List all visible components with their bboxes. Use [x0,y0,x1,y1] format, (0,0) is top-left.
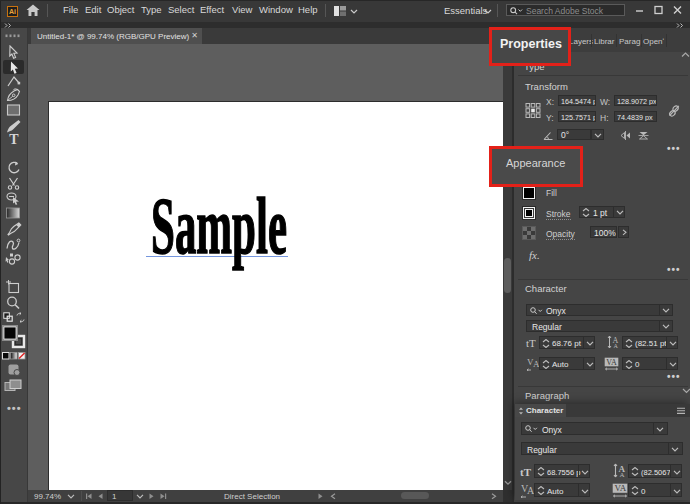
svg-text:A: A [527,485,534,496]
svg-text:A: A [620,471,625,478]
svg-text:A: A [614,343,619,349]
svg-text:VA: VA [606,358,617,367]
svg-text:VA: VA [614,483,626,493]
